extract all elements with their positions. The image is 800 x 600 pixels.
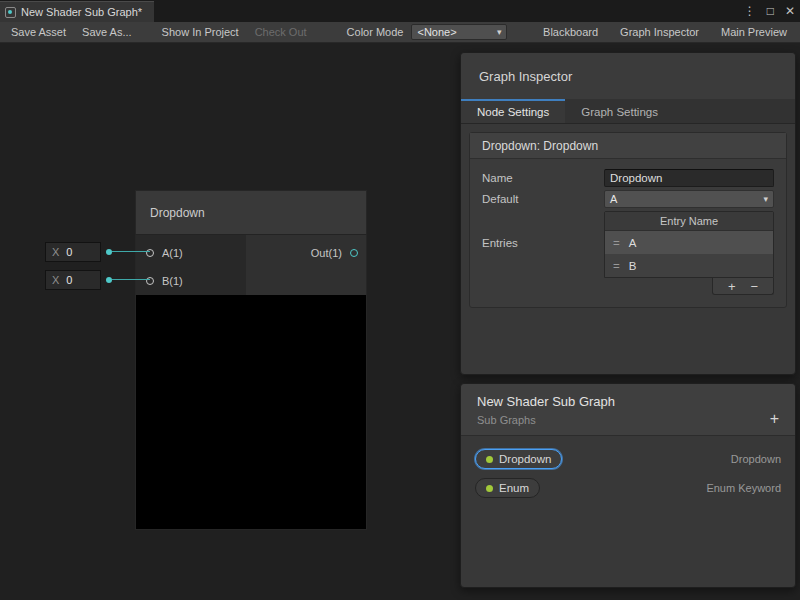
entry-value: A [629,237,637,249]
node-title: Dropdown [150,206,205,220]
chevron-down-icon: ▾ [763,194,768,204]
chevron-down-icon: ▾ [497,27,502,37]
entry-row-b[interactable]: = B [605,254,773,277]
close-icon[interactable]: ✕ [785,4,795,18]
drag-handle-icon[interactable]: = [613,260,620,272]
inspector-tab-bar: Node Settings Graph Settings [461,99,795,124]
port-row-b: B(1) [146,267,183,295]
name-row: Name [482,169,774,187]
add-entry-button[interactable]: + [728,280,736,293]
blackboard-toggle-button[interactable]: Blackboard [535,24,606,40]
document-tab[interactable]: New Shader Sub Graph* [0,1,154,22]
property-pill-enum[interactable]: Enum [475,478,540,498]
input-port-a-label: A(1) [162,247,183,259]
property-type: Enum Keyword [706,482,781,494]
node-preview [135,295,367,530]
entry-row-a[interactable]: = A [605,231,773,254]
blackboard-body: Dropdown Dropdown Enum Enum Keyword [461,436,795,511]
maximize-icon[interactable]: □ [767,4,774,18]
remove-entry-button[interactable]: − [750,280,758,293]
blackboard-panel: New Shader Sub Graph Sub Graphs + Dropdo… [460,383,796,588]
graph-inspector-toggle-button[interactable]: Graph Inspector [612,24,707,40]
color-mode-value: <None> [417,26,456,38]
exposed-dot-icon [486,485,493,492]
blackboard-title: New Shader Sub Graph [477,394,779,409]
main-preview-toggle-button[interactable]: Main Preview [713,24,795,40]
blackboard-row: Enum Enum Keyword [475,477,781,499]
save-asset-button[interactable]: Save Asset [3,24,74,40]
default-dropdown[interactable]: A ▾ [604,190,774,208]
color-mode-label: Color Mode [343,24,408,40]
entry-value: B [629,260,637,272]
entries-footer: + − [604,278,774,295]
section-title: Dropdown: Dropdown [470,133,786,159]
entries-header: Entry Name [605,212,773,231]
axis-label: X [52,274,59,286]
toolbar: Save Asset Save As... Show In Project Ch… [0,22,800,43]
port-a-value-field[interactable]: X 0 [45,242,101,262]
default-value: A [610,193,617,205]
entries-list-wrap: Entry Name = A = B [604,211,774,295]
menu-icon[interactable]: ⋮ [744,4,756,18]
property-name: Enum [499,482,529,494]
property-type: Dropdown [731,453,781,465]
property-pill-dropdown[interactable]: Dropdown [475,449,562,469]
axis-label: X [52,246,59,258]
window-controls: ⋮ □ ✕ [744,0,795,22]
entries-list: Entry Name = A = B [604,211,774,278]
dropdown-settings-section: Dropdown: Dropdown Name Default A ▾ [469,132,787,308]
section-body: Name Default A ▾ Entries [470,159,786,307]
output-port-label: Out(1) [311,247,342,259]
node-dropdown-header[interactable]: Dropdown [135,190,367,235]
input-port-b-label: B(1) [162,275,183,287]
check-out-button: Check Out [247,24,315,40]
blackboard-row: Dropdown Dropdown [475,448,781,470]
port-row-out: Out(1) [311,239,358,267]
edge-connector-dot [106,277,112,283]
port-b-value-field[interactable]: X 0 [45,270,101,290]
add-property-button[interactable]: + [770,410,779,428]
exposed-dot-icon [486,456,493,463]
node-dropdown-body[interactable]: A(1) B(1) Out(1) [135,235,367,295]
inspector-content: Dropdown: Dropdown Name Default A ▾ [461,124,795,316]
tab-node-settings[interactable]: Node Settings [461,99,565,123]
port-b-value: 0 [66,274,72,286]
entries-row: Entries Entry Name = A = B [482,211,774,295]
name-input[interactable] [604,169,774,187]
entries-label: Entries [482,211,604,249]
show-in-project-button[interactable]: Show In Project [154,24,247,40]
entries-footer-bar: + − [712,278,774,295]
save-as-button[interactable]: Save As... [74,24,140,40]
graph-inspector-title: Graph Inspector [461,53,795,99]
default-label: Default [482,193,604,205]
name-label: Name [482,172,604,184]
default-row: Default A ▾ [482,190,774,208]
property-name: Dropdown [499,453,551,465]
edge-connector-dot [106,249,112,255]
unity-shader-graph-window: New Shader Sub Graph* ⋮ □ ✕ Save Asset S… [0,0,800,600]
output-port[interactable] [350,249,358,257]
edge-b [112,279,150,280]
toolbar-right-group: Blackboard Graph Inspector Main Preview [535,24,797,40]
color-mode-dropdown[interactable]: <None> ▾ [411,24,507,40]
tab-graph-settings[interactable]: Graph Settings [565,99,674,123]
document-tab-title: New Shader Sub Graph* [21,6,142,18]
graph-inspector-panel: Graph Inspector Node Settings Graph Sett… [460,52,796,375]
window-tab-strip: New Shader Sub Graph* ⋮ □ ✕ [0,0,800,22]
port-row-a: A(1) [146,239,183,267]
edge-a [112,251,150,252]
blackboard-header: New Shader Sub Graph Sub Graphs + [461,384,795,436]
drag-handle-icon[interactable]: = [613,237,620,249]
port-a-value: 0 [66,246,72,258]
blackboard-subtitle: Sub Graphs [477,414,779,426]
shader-graph-icon [5,7,16,18]
